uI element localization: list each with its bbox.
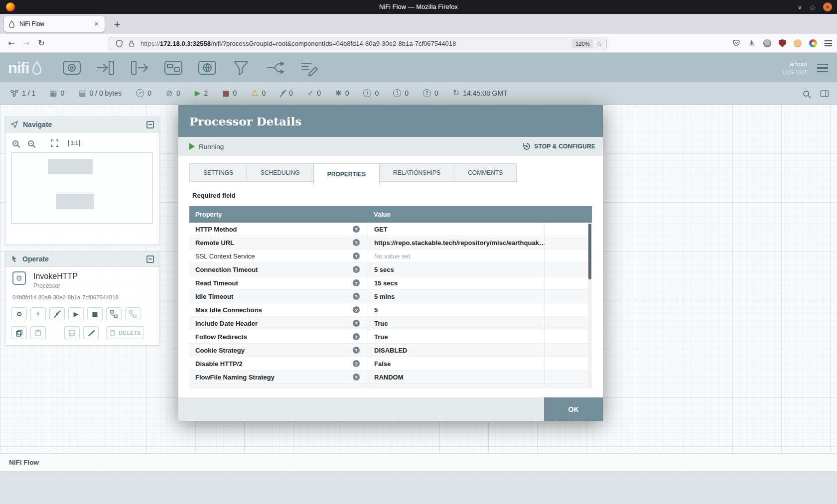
maximize-button[interactable]: ◇	[810, 3, 815, 11]
zoom-out-icon[interactable]: −	[28, 140, 34, 146]
breadcrumb-root[interactable]: NiFi Flow	[9, 459, 39, 466]
help-icon[interactable]: ?	[353, 320, 360, 327]
avatar-extension-icon[interactable]	[794, 39, 802, 47]
version-control-disabled-icon[interactable]	[125, 307, 140, 320]
reload-button[interactable]: ↻	[34, 36, 49, 50]
browser-menu-icon[interactable]	[825, 40, 832, 46]
minimize-button[interactable]: ∨	[797, 3, 802, 11]
transmitting-icon: ↗	[136, 89, 144, 97]
tab-settings[interactable]: SETTINGS	[189, 163, 247, 182]
version-control-icon[interactable]	[106, 307, 122, 320]
copy-icon[interactable]	[11, 326, 27, 339]
process-group-component-icon[interactable]	[163, 57, 184, 78]
stopped-count: 0	[233, 89, 237, 97]
zoom-in-icon[interactable]: +	[12, 140, 18, 146]
table-row: Remote URL ? https://repo.stackable.tech…	[189, 236, 592, 250]
browser-tab[interactable]: NiFi Flow ✕	[4, 16, 105, 32]
bottom-band	[0, 472, 837, 504]
zoom-level-badge[interactable]: 120%	[572, 39, 593, 48]
enable-button[interactable]: ⚡	[30, 307, 46, 320]
delete-button[interactable]: DELETE	[106, 326, 144, 339]
template-component-icon[interactable]	[265, 57, 285, 78]
table-scrollbar-thumb[interactable]	[588, 224, 591, 279]
search-icon[interactable]	[803, 91, 809, 97]
lock-icon[interactable]	[128, 40, 135, 47]
pinwheel-extension-icon[interactable]	[809, 39, 817, 47]
table-row: Disable HTTP/2 ? False	[189, 357, 592, 371]
change-color-brush-icon[interactable]	[83, 326, 99, 339]
url-bar[interactable]: https://172.18.0.3:32558/nifi/?processGr…	[109, 37, 607, 50]
operate-collapse-button[interactable]	[146, 255, 154, 263]
input-port-component-icon[interactable]	[95, 57, 116, 78]
birdseye-minimap[interactable]	[11, 152, 153, 224]
stop-and-configure-button[interactable]: STOP & CONFIGURE	[522, 142, 595, 151]
help-icon[interactable]	[353, 387, 360, 387]
user-block: admin LOG OUT	[782, 60, 807, 75]
tab-scheduling[interactable]: SCHEDULING	[247, 163, 314, 182]
global-menu-icon[interactable]	[817, 64, 828, 72]
operate-panel-header: Operate	[5, 252, 159, 267]
disable-button[interactable]: ⚡	[49, 307, 65, 320]
help-icon[interactable]: ?	[353, 360, 360, 367]
status-bar-right	[803, 82, 829, 105]
back-button[interactable]: ←	[4, 36, 19, 50]
panel-toggle-icon[interactable]	[820, 90, 829, 98]
operate-panel: Operate ⚙ InvokeHTTP Processor 04b8fd14-…	[5, 251, 159, 346]
help-icon[interactable]: ?	[353, 266, 360, 273]
downloads-icon[interactable]	[748, 39, 756, 48]
output-port-component-icon[interactable]	[129, 57, 150, 78]
extra-cell	[544, 250, 592, 262]
remote-process-group-component-icon[interactable]	[197, 57, 218, 78]
paste-icon[interactable]	[30, 326, 46, 339]
ok-button[interactable]: OK	[544, 397, 603, 421]
pocket-icon[interactable]	[732, 39, 740, 48]
navigate-panel-title: Navigate	[23, 121, 146, 128]
tab-close-icon[interactable]: ✕	[92, 20, 101, 28]
account-extension-icon[interactable]	[763, 39, 771, 47]
extra-cell	[544, 317, 592, 330]
configure-button[interactable]: ⚙	[11, 307, 27, 320]
dialog-header: Processor Details	[178, 105, 603, 137]
zoom-actual-size-icon[interactable]: 1:1	[68, 140, 80, 146]
funnel-component-icon[interactable]	[231, 57, 252, 78]
table-row: Max Idle Connections ? 5	[189, 303, 592, 317]
logout-link[interactable]: LOG OUT	[782, 69, 807, 75]
processor-component-icon[interactable]	[61, 57, 82, 78]
extra-cell	[544, 236, 592, 249]
up-to-date-icon: ✓	[307, 90, 314, 97]
cluster-icon	[10, 89, 18, 98]
stop-button[interactable]: ■	[87, 307, 103, 320]
forward-button[interactable]: →	[19, 36, 34, 50]
invalid-count: 0	[262, 89, 266, 97]
tab-properties[interactable]: PROPERTIES	[313, 163, 380, 185]
refresh-icon[interactable]: ↻	[453, 89, 459, 97]
start-button[interactable]: ▶	[68, 307, 84, 320]
help-icon[interactable]: ?	[353, 226, 360, 233]
help-icon[interactable]: ?	[353, 333, 360, 340]
label-component-icon[interactable]	[298, 57, 319, 78]
ublock-shield-icon[interactable]	[779, 39, 786, 47]
help-icon[interactable]: ?	[353, 374, 360, 380]
help-icon[interactable]: ?	[353, 279, 360, 286]
status-running: ▶ 2	[195, 89, 208, 97]
help-icon[interactable]: ?	[353, 306, 360, 313]
new-tab-button[interactable]: +	[111, 18, 124, 31]
value-cell: 5 secs	[368, 263, 544, 276]
tracking-shield-icon[interactable]	[116, 40, 123, 47]
value-cell: No value set	[368, 250, 544, 262]
navigate-collapse-button[interactable]	[146, 121, 154, 128]
required-field-note: Required field	[192, 192, 236, 199]
property-name: Cookie Strategy	[195, 347, 353, 354]
bookmark-star-icon[interactable]: ☆	[596, 40, 602, 48]
fill-color-icon[interactable]	[64, 326, 80, 339]
close-button[interactable]: ✕	[823, 2, 832, 11]
tab-relationships[interactable]: RELATIONSHIPS	[379, 163, 454, 182]
tab-comments[interactable]: COMMENTS	[454, 163, 517, 182]
help-icon[interactable]: ?	[353, 347, 360, 354]
help-icon[interactable]: ?	[353, 252, 360, 259]
property-name: Idle Timeout	[195, 293, 353, 300]
help-icon[interactable]: ?	[353, 239, 360, 246]
help-icon[interactable]: ?	[353, 293, 360, 300]
zoom-fit-icon[interactable]	[50, 139, 59, 147]
properties-table-body: HTTP Method ? GET Remote URL ? https://r…	[189, 223, 592, 387]
